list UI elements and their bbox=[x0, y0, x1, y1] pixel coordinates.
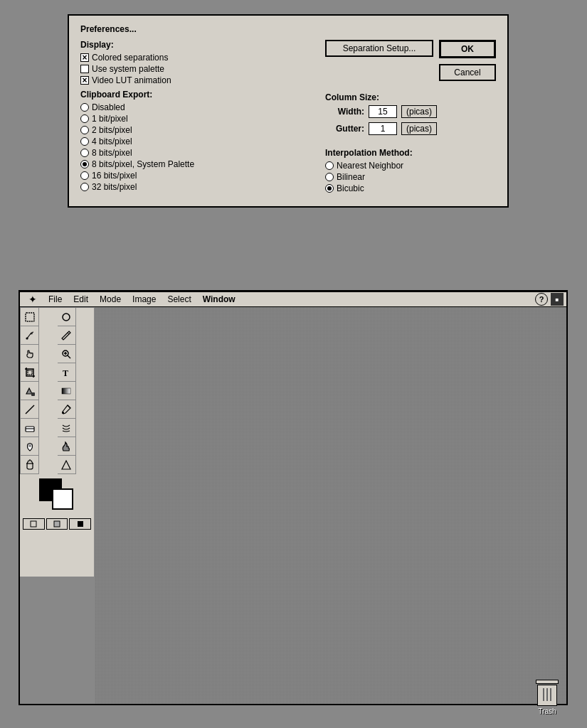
radio-16bit[interactable]: 16 bits/pixel bbox=[80, 171, 311, 181]
radio-label-disabled: Disabled bbox=[92, 102, 125, 112]
radio-label-8bit: 8 bits/pixel bbox=[92, 148, 132, 158]
tool-smudge[interactable] bbox=[58, 419, 76, 437]
menubar-edit[interactable]: Edit bbox=[68, 293, 94, 306]
radio-bilinear[interactable]: Bilinear bbox=[325, 172, 496, 182]
tool-lasso[interactable] bbox=[58, 308, 76, 326]
svg-rect-7 bbox=[28, 370, 32, 375]
radio-circle-8bit[interactable] bbox=[80, 149, 89, 157]
checkbox-box-use-system-palette[interactable] bbox=[80, 65, 89, 73]
color-swatches[interactable] bbox=[39, 478, 75, 511]
radio-circle-16bit[interactable] bbox=[80, 171, 89, 180]
radio-8bit[interactable]: 8 bits/pixel bbox=[80, 148, 311, 158]
svg-point-2 bbox=[26, 338, 28, 339]
svg-line-11 bbox=[26, 405, 34, 414]
tool-triangle[interactable] bbox=[58, 456, 76, 474]
svg-rect-18 bbox=[54, 521, 60, 527]
tool-paint-bucket[interactable] bbox=[21, 382, 39, 400]
tool-text[interactable]: T bbox=[58, 363, 76, 382]
tool-zoom[interactable] bbox=[58, 345, 76, 363]
apple-menu[interactable]: ✦ bbox=[23, 294, 43, 305]
radio-label-1bit: 1 bit/pixel bbox=[92, 114, 128, 124]
menubar-file[interactable]: File bbox=[43, 293, 68, 306]
tool-line[interactable] bbox=[21, 400, 39, 419]
canvas-area bbox=[95, 307, 566, 704]
svg-point-1 bbox=[63, 314, 70, 321]
trash-lid bbox=[536, 680, 559, 684]
preferences-dialog: Preferences... Display: Colored separati… bbox=[68, 14, 509, 208]
radio-nearest-neighbor[interactable]: Nearest Neighbor bbox=[325, 161, 496, 171]
tool-grid: T bbox=[20, 307, 94, 474]
tool-dodge[interactable] bbox=[21, 437, 39, 456]
tool-pencil-tool[interactable] bbox=[58, 326, 76, 345]
radio-circle-1bit[interactable] bbox=[80, 114, 89, 123]
radio-disabled[interactable]: Disabled bbox=[80, 102, 311, 112]
dialog-left-panel: Display: Colored separations Use system … bbox=[80, 40, 311, 195]
radio-circle-nearest[interactable] bbox=[325, 161, 334, 170]
screen-mode-full[interactable] bbox=[46, 518, 68, 530]
toolbar: T bbox=[20, 307, 95, 577]
tool-gradient[interactable] bbox=[58, 382, 76, 400]
radio-bicubic[interactable]: Bicubic bbox=[325, 183, 496, 193]
radio-label-2bit: 2 bits/pixel bbox=[92, 125, 132, 135]
menubar-image[interactable]: Image bbox=[127, 293, 162, 306]
tool-airbrush[interactable] bbox=[21, 326, 39, 345]
background-color[interactable] bbox=[52, 488, 73, 510]
radio-8bit-system[interactable]: 8 bits/pixel, System Palette bbox=[80, 159, 311, 169]
radio-label-nearest: Nearest Neighbor bbox=[337, 161, 403, 171]
interpolation-label: Interpolation Method: bbox=[325, 148, 496, 158]
svg-rect-0 bbox=[26, 313, 34, 321]
separation-setup-button[interactable]: Separation Setup... bbox=[325, 40, 433, 57]
width-input[interactable] bbox=[369, 105, 397, 118]
checkbox-colored-separations[interactable]: Colored separations bbox=[80, 53, 311, 63]
screen-mode-fullblack[interactable] bbox=[69, 518, 91, 530]
menubar-select[interactable]: Select bbox=[162, 293, 196, 306]
menubar-mode[interactable]: Mode bbox=[94, 293, 127, 306]
width-row: Width: (picas) bbox=[325, 105, 496, 118]
clipboard-export-label: Clipboard Export: bbox=[80, 90, 311, 100]
gutter-label: Gutter: bbox=[325, 124, 364, 134]
svg-rect-9 bbox=[31, 392, 35, 396]
radio-label-8bit-system: 8 bits/pixel, System Palette bbox=[92, 159, 194, 169]
checkbox-label-colored-separations: Colored separations bbox=[92, 53, 168, 63]
tool-crop[interactable] bbox=[21, 363, 39, 382]
radio-circle-8bit-system[interactable] bbox=[80, 160, 89, 168]
radio-label-32bit: 32 bits/pixel bbox=[92, 182, 137, 192]
radio-4bit[interactable]: 4 bits/pixel bbox=[80, 136, 311, 146]
tool-burn[interactable] bbox=[58, 437, 76, 456]
checkbox-use-system-palette[interactable]: Use system palette bbox=[80, 64, 311, 74]
radio-32bit[interactable]: 32 bits/pixel bbox=[80, 182, 311, 192]
screen-mode-standard[interactable] bbox=[23, 518, 45, 530]
tool-eyedropper[interactable] bbox=[58, 400, 76, 419]
trash-label: Trash bbox=[538, 707, 556, 715]
checkbox-box-video-lut[interactable] bbox=[80, 76, 89, 85]
radio-circle-4bit[interactable] bbox=[80, 137, 89, 146]
menubar-window[interactable]: Window bbox=[197, 293, 241, 306]
cancel-button[interactable]: Cancel bbox=[439, 64, 496, 81]
svg-text:T: T bbox=[63, 368, 68, 378]
radio-1bit[interactable]: 1 bit/pixel bbox=[80, 114, 311, 124]
width-unit: (picas) bbox=[401, 105, 437, 118]
gutter-input[interactable] bbox=[369, 122, 397, 135]
svg-rect-19 bbox=[78, 521, 83, 527]
tool-hand[interactable] bbox=[21, 345, 39, 363]
tool-eraser[interactable] bbox=[21, 419, 39, 437]
trash-icon[interactable]: Trash bbox=[533, 680, 561, 715]
tool-marquee[interactable] bbox=[21, 308, 39, 326]
radio-circle-bilinear[interactable] bbox=[325, 173, 334, 181]
radio-circle-disabled[interactable] bbox=[80, 103, 89, 112]
radio-label-bicubic: Bicubic bbox=[337, 183, 364, 193]
checkbox-box-colored-separations[interactable] bbox=[80, 53, 89, 62]
column-size-section: Column Size: Width: (picas) Gutter: (pic… bbox=[325, 92, 496, 139]
width-label: Width: bbox=[325, 107, 364, 117]
tool-bucket-2[interactable] bbox=[21, 456, 39, 474]
screen-mode-controls bbox=[23, 518, 91, 530]
radio-circle-bicubic[interactable] bbox=[325, 184, 334, 193]
radio-circle-2bit[interactable] bbox=[80, 126, 89, 134]
ok-button[interactable]: OK bbox=[439, 40, 496, 58]
help-icon[interactable]: ? bbox=[535, 293, 548, 306]
checkbox-video-lut[interactable]: Video LUT animation bbox=[80, 75, 311, 85]
power-icon[interactable]: ■ bbox=[551, 293, 564, 306]
radio-2bit[interactable]: 2 bits/pixel bbox=[80, 125, 311, 135]
svg-point-12 bbox=[63, 412, 64, 413]
radio-circle-32bit[interactable] bbox=[80, 183, 89, 191]
